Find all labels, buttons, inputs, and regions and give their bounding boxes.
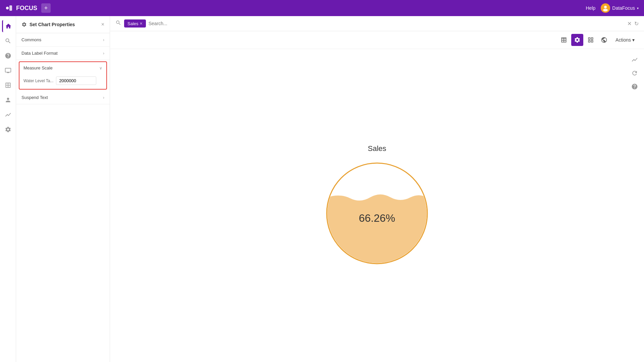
data-label-format-label: Data Label Format	[21, 51, 58, 56]
chart-area: Sales 66.26%	[110, 49, 644, 362]
settings-view-button[interactable]	[571, 34, 583, 46]
search-tag-close-button[interactable]: ×	[140, 21, 143, 26]
panel-item-commons[interactable]: Commons ›	[16, 33, 110, 47]
panel-close-button[interactable]: ×	[101, 21, 104, 28]
add-tab-button[interactable]: +	[41, 3, 51, 13]
sidebar-item-table[interactable]	[2, 79, 14, 91]
waterball-svg: 66.26%	[323, 160, 431, 267]
refresh-search-button[interactable]: ↻	[634, 20, 639, 27]
person-icon	[5, 97, 11, 103]
right-toolbar	[629, 49, 640, 362]
svg-rect-1	[9, 5, 12, 11]
measure-scale-header[interactable]: Measure Scale ∨	[19, 62, 106, 74]
line-chart-icon	[631, 56, 638, 63]
settings-icon	[5, 126, 11, 133]
app-logo: FOCUS	[5, 4, 37, 12]
help-link[interactable]: Help	[586, 5, 596, 11]
main-content: Sales × ✕ ↻	[110, 16, 644, 362]
search-input-icon[interactable]	[115, 20, 121, 27]
panel-item-data-label-format[interactable]: Data Label Format ›	[16, 47, 110, 60]
svg-point-3	[603, 9, 608, 11]
table-view-button[interactable]	[558, 34, 570, 46]
measure-scale-content: Water Level Ta...	[19, 74, 106, 89]
app-name: FOCUS	[16, 5, 37, 12]
refresh-chart-button[interactable]	[629, 68, 640, 79]
help-chart-button[interactable]	[629, 81, 640, 92]
chart-toolbar: Actions ▾	[110, 31, 644, 49]
home-icon	[5, 23, 12, 30]
searchbar-right: ✕ ↻	[627, 20, 639, 27]
help-icon	[5, 52, 11, 59]
panel-item-suspend-text[interactable]: Suspend Text ›	[16, 91, 110, 104]
topnav: FOCUS + Help DataFocus ▾	[0, 0, 644, 16]
analytics-icon	[5, 111, 11, 118]
waterball-chart: 66.26%	[323, 160, 431, 267]
panel-gear-icon	[21, 22, 27, 27]
suspend-text-label: Suspend Text	[21, 95, 48, 100]
chart-properties-panel: Set Chart Properties × Commons › Data La…	[16, 16, 110, 362]
percentage-text: 66.26%	[359, 212, 395, 224]
panel-title: Set Chart Properties	[30, 22, 75, 27]
search-tag-sales: Sales ×	[124, 19, 146, 28]
searchbar: Sales × ✕ ↻	[110, 16, 644, 31]
measure-scale-label: Measure Scale	[23, 65, 53, 70]
table-icon	[5, 82, 11, 89]
actions-button[interactable]: Actions ▾	[611, 35, 639, 45]
water-level-row: Water Level Ta...	[23, 76, 102, 85]
commons-label: Commons	[21, 37, 41, 42]
commons-chevron-icon: ›	[103, 38, 104, 42]
sidebar-item-settings[interactable]	[2, 123, 14, 136]
svg-point-0	[6, 7, 9, 9]
measure-scale-chevron-icon: ∨	[99, 66, 102, 70]
panel-header: Set Chart Properties ×	[16, 16, 110, 33]
user-name: DataFocus	[612, 5, 635, 11]
sidebar-item-analytics[interactable]	[2, 109, 14, 121]
svg-point-2	[604, 6, 607, 8]
topnav-right: Help DataFocus ▾	[586, 3, 639, 13]
sidebar-item-search[interactable]	[2, 35, 14, 47]
chart-type-button[interactable]	[598, 34, 610, 46]
table-view-icon	[560, 37, 567, 43]
measure-scale-section: Measure Scale ∨ Water Level Ta...	[19, 61, 107, 90]
avatar	[601, 3, 610, 13]
actions-chevron-icon: ▾	[632, 37, 635, 43]
settings-view-icon	[574, 37, 581, 43]
water-level-label: Water Level Ta...	[23, 79, 53, 83]
sidebar-item-help[interactable]	[2, 50, 14, 62]
user-menu[interactable]: DataFocus ▾	[601, 3, 639, 13]
clear-search-button[interactable]: ✕	[627, 20, 632, 27]
suspend-text-chevron-icon: ›	[103, 95, 104, 100]
water-level-input[interactable]	[56, 76, 96, 85]
monitor-icon	[5, 67, 11, 74]
line-chart-button[interactable]	[629, 54, 640, 65]
help-chart-icon	[631, 83, 638, 90]
data-label-chevron-icon: ›	[103, 51, 104, 56]
search-sidebar-icon	[5, 38, 11, 44]
actions-label: Actions	[615, 37, 631, 43]
chart-type-icon	[601, 37, 607, 43]
sidebar-item-person[interactable]	[2, 94, 14, 106]
panel-title-row: Set Chart Properties	[21, 22, 75, 27]
search-magnify-icon	[115, 20, 121, 26]
user-avatar-icon	[602, 5, 609, 11]
sidebar-item-home[interactable]	[2, 20, 14, 32]
left-sidebar	[0, 16, 16, 362]
sidebar-item-monitor[interactable]	[2, 64, 14, 76]
chart-title: Sales	[368, 144, 386, 153]
logo-icon	[5, 4, 13, 12]
grid-view-button[interactable]	[585, 34, 597, 46]
user-chevron-icon: ▾	[637, 6, 639, 10]
grid-view-icon	[587, 37, 594, 43]
search-input[interactable]	[149, 21, 625, 26]
topnav-left: FOCUS +	[5, 3, 51, 13]
search-tag-label: Sales	[127, 21, 139, 26]
refresh-chart-icon	[631, 70, 638, 76]
